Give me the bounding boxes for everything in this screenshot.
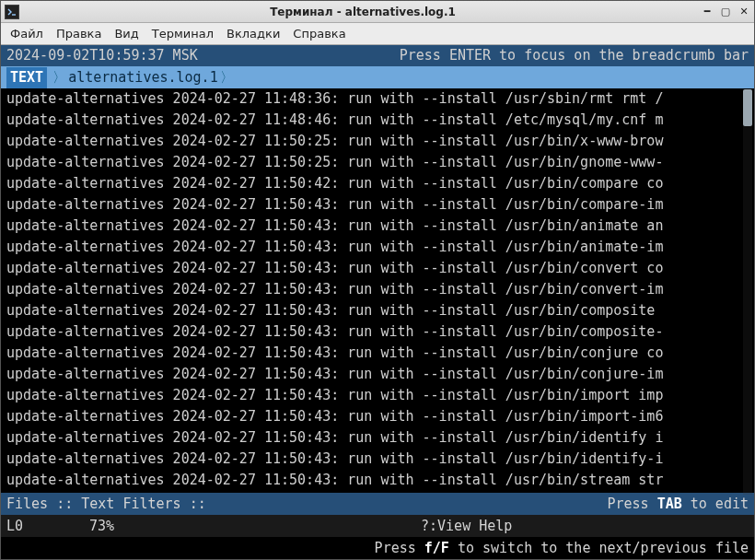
status-position-bar: L0 73% ?:View Help (1, 515, 754, 537)
log-line: update-alternatives 2024-02-27 11:50:43:… (1, 385, 754, 406)
menu-file[interactable]: Файл (10, 27, 43, 41)
log-line: update-alternatives 2024-02-27 11:50:43:… (1, 343, 754, 364)
line-position: L0 (6, 516, 89, 537)
terminal-area[interactable]: 2024-09-02T10:59:37 MSK Press ENTER to f… (1, 45, 754, 559)
log-line: update-alternatives 2024-02-27 11:50:43:… (1, 470, 754, 491)
header-bar: 2024-09-02T10:59:37 MSK Press ENTER to f… (1, 45, 754, 66)
scrollbar[interactable] (743, 89, 752, 495)
log-line: update-alternatives 2024-02-27 11:50:43:… (1, 300, 754, 321)
log-output[interactable]: update-alternatives 2024-02-27 11:48:36:… (1, 88, 754, 493)
tab-hint: Press TAB to edit (607, 494, 749, 515)
help-hint: ?:View Help (421, 516, 512, 537)
log-line: update-alternatives 2024-02-27 11:50:43:… (1, 237, 754, 258)
header-timestamp: 2024-09-02T10:59:37 MSK (6, 45, 400, 66)
log-line: update-alternatives 2024-02-27 11:50:25:… (1, 131, 754, 152)
menu-terminal[interactable]: Терминал (152, 27, 214, 41)
log-line: update-alternatives 2024-02-27 11:50:43:… (1, 216, 754, 237)
menu-view[interactable]: Вид (114, 27, 138, 41)
status-filters-bar: Files :: Text Filters :: Press TAB to ed… (1, 493, 754, 515)
app-window: Терминал - alternatives.log.1 ━ ▢ ✕ Файл… (0, 0, 755, 560)
close-button[interactable]: ✕ (738, 6, 750, 18)
log-line: update-alternatives 2024-02-27 11:50:25:… (1, 152, 754, 173)
switch-file-hint: Press f/F to switch to the next/previous… (375, 538, 749, 559)
log-line: update-alternatives 2024-02-27 11:50:43:… (1, 194, 754, 216)
log-line: update-alternatives 2024-02-27 11:50:43:… (1, 427, 754, 449)
maximize-button[interactable]: ▢ (719, 6, 732, 18)
breadcrumb-file: alternatives.log.1 (68, 67, 218, 88)
log-line: update-alternatives 2024-02-27 11:50:43:… (1, 449, 754, 470)
breadcrumb-sep2: 〉 (218, 67, 236, 88)
menubar: Файл Правка Вид Терминал Вкладки Справка (1, 23, 754, 45)
window-title: Терминал - alternatives.log.1 (25, 6, 701, 18)
log-line: update-alternatives 2024-02-27 11:50:43:… (1, 406, 754, 427)
log-line: update-alternatives 2024-02-27 11:50:43:… (1, 321, 754, 343)
menu-help[interactable]: Справка (293, 27, 345, 41)
menu-tabs[interactable]: Вкладки (226, 27, 280, 41)
terminal-icon (5, 5, 19, 19)
filters-label: Files :: Text Filters :: (6, 494, 607, 515)
log-line: update-alternatives 2024-02-27 11:50:43:… (1, 364, 754, 385)
menu-edit[interactable]: Правка (56, 27, 101, 41)
breadcrumb-bar[interactable]: TEXT 〉 alternatives.log.1 〉 (1, 66, 754, 88)
header-hint: Press ENTER to focus on the breadcrumb b… (400, 45, 749, 66)
minimize-button[interactable]: ━ (701, 6, 714, 18)
status-switch-bar: Press f/F to switch to the next/previous… (1, 537, 754, 559)
log-line: update-alternatives 2024-02-27 11:48:36:… (1, 88, 754, 110)
log-line: update-alternatives 2024-02-27 11:50:43:… (1, 279, 754, 300)
titlebar[interactable]: Терминал - alternatives.log.1 ━ ▢ ✕ (1, 1, 754, 23)
percent-position: 73% (89, 516, 421, 537)
log-line: update-alternatives 2024-02-27 11:50:42:… (1, 173, 754, 194)
breadcrumb-sep: 〉 (51, 67, 68, 88)
log-line: update-alternatives 2024-02-27 11:50:43:… (1, 258, 754, 279)
breadcrumb-badge: TEXT (6, 67, 47, 88)
scrollbar-thumb[interactable] (743, 89, 752, 126)
log-line: update-alternatives 2024-02-27 11:48:46:… (1, 110, 754, 131)
